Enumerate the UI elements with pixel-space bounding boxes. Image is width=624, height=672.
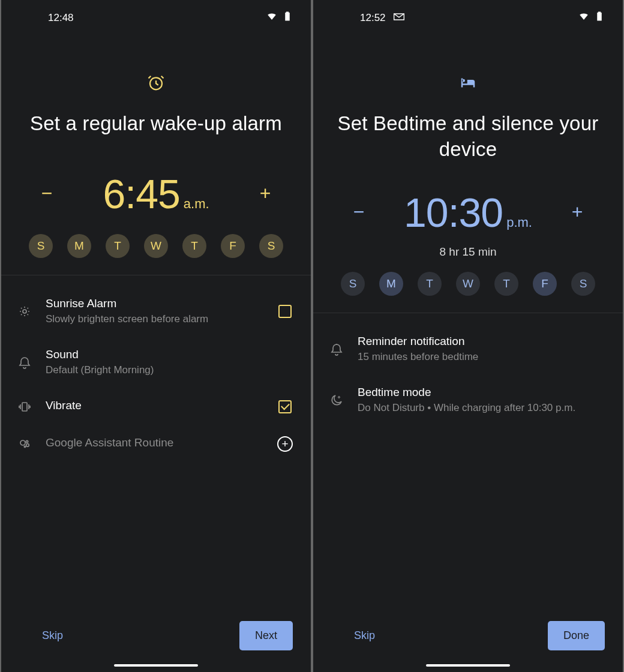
skip-button[interactable]: Skip bbox=[354, 629, 375, 642]
day-chip-sat[interactable]: S bbox=[571, 272, 595, 296]
bed-icon bbox=[331, 74, 605, 94]
svg-point-1 bbox=[23, 310, 26, 313]
nav-handle[interactable] bbox=[114, 664, 198, 667]
bedtime-setup-screen: 12:52 Set Bedtime and silence your devic… bbox=[312, 0, 624, 672]
time-increase-button[interactable]: + bbox=[565, 201, 589, 223]
status-bar: 12:48 bbox=[1, 0, 311, 31]
next-button[interactable]: Next bbox=[239, 621, 293, 650]
day-chip-mon[interactable]: M bbox=[379, 272, 403, 296]
day-chip-sun[interactable]: S bbox=[341, 272, 365, 296]
done-button[interactable]: Done bbox=[548, 621, 605, 650]
time-value: 10:30 bbox=[404, 190, 503, 235]
sunrise-checkbox[interactable] bbox=[275, 305, 295, 318]
day-chip-wed[interactable]: W bbox=[456, 272, 480, 296]
day-chip-fri[interactable]: F bbox=[533, 272, 557, 296]
day-chip-wed[interactable]: W bbox=[144, 234, 168, 258]
sound-row[interactable]: Sound Default (Bright Morning) bbox=[14, 337, 295, 388]
moon-icon bbox=[326, 393, 347, 407]
bedtime-title: Bedtime mode bbox=[358, 386, 607, 399]
svg-rect-2 bbox=[22, 403, 27, 411]
time-display[interactable]: 10:30p.m. bbox=[404, 189, 532, 236]
day-chip-tue[interactable]: T bbox=[418, 272, 442, 296]
routine-title: Google Assistant Routine bbox=[46, 436, 264, 449]
vibrate-title: Vibrate bbox=[46, 399, 264, 412]
time-decrease-button[interactable]: − bbox=[347, 201, 371, 223]
wifi-icon bbox=[266, 11, 277, 25]
page-title: Set a regular wake-up alarm bbox=[19, 111, 293, 137]
alarm-clock-icon bbox=[19, 74, 293, 94]
time-ampm: a.m. bbox=[184, 196, 209, 211]
svg-point-5 bbox=[26, 443, 29, 446]
vibrate-row[interactable]: Vibrate bbox=[14, 388, 295, 425]
vibrate-icon bbox=[14, 400, 35, 414]
day-selector: S M T W T F S bbox=[313, 259, 623, 313]
page-title: Set Bedtime and silence your device bbox=[331, 111, 605, 163]
sound-sub: Default (Bright Morning) bbox=[46, 364, 295, 377]
routine-row[interactable]: Google Assistant Routine + bbox=[14, 425, 295, 463]
day-selector: S M T W T F S bbox=[1, 217, 311, 275]
assistant-icon bbox=[14, 437, 35, 451]
battery-icon bbox=[594, 11, 605, 25]
status-time: 12:52 bbox=[360, 12, 386, 24]
time-increase-button[interactable]: + bbox=[253, 182, 277, 205]
svg-point-3 bbox=[20, 440, 25, 445]
sunrise-title: Sunrise Alarm bbox=[46, 297, 264, 310]
settings-list: Sunrise Alarm Slowly brighten screen bef… bbox=[1, 275, 311, 463]
skip-button[interactable]: Skip bbox=[42, 629, 63, 642]
bedtime-sub: Do Not Disturb • While charging after 10… bbox=[358, 401, 607, 415]
time-picker: − 10:30p.m. + bbox=[313, 169, 623, 236]
sound-title: Sound bbox=[46, 348, 295, 361]
time-value: 6:45 bbox=[103, 171, 179, 217]
routine-add-button[interactable]: + bbox=[275, 436, 295, 452]
bedtime-mode-row[interactable]: Bedtime mode Do Not Disturb • While char… bbox=[326, 375, 607, 426]
bell-icon bbox=[14, 355, 35, 370]
sunrise-sub: Slowly brighten screen before alarm bbox=[46, 313, 264, 326]
day-chip-sat[interactable]: S bbox=[259, 234, 283, 258]
wakeup-setup-screen: 12:48 Set a regular wake-up alarm − 6:45… bbox=[0, 0, 312, 672]
nav-handle[interactable] bbox=[426, 664, 510, 667]
battery-icon bbox=[282, 11, 293, 25]
status-time: 12:48 bbox=[48, 12, 74, 24]
reminder-row[interactable]: Reminder notification 15 minutes before … bbox=[326, 324, 607, 375]
header: Set Bedtime and silence your device bbox=[313, 31, 623, 169]
time-picker: − 6:45a.m. + bbox=[1, 143, 311, 217]
day-chip-thu[interactable]: T bbox=[494, 272, 518, 296]
gmail-icon bbox=[393, 12, 405, 24]
time-ampm: p.m. bbox=[506, 215, 532, 230]
svg-point-4 bbox=[26, 440, 28, 442]
reminder-sub: 15 minutes before bedtime bbox=[358, 350, 607, 364]
settings-list: Reminder notification 15 minutes before … bbox=[313, 313, 623, 426]
day-chip-thu[interactable]: T bbox=[182, 234, 206, 258]
sunrise-icon bbox=[14, 304, 35, 319]
sunrise-alarm-row[interactable]: Sunrise Alarm Slowly brighten screen bef… bbox=[14, 286, 295, 337]
reminder-title: Reminder notification bbox=[358, 335, 607, 348]
sleep-duration: 8 hr 15 min bbox=[313, 245, 623, 259]
status-bar: 12:52 bbox=[313, 0, 623, 31]
day-chip-sun[interactable]: S bbox=[29, 234, 53, 258]
day-chip-mon[interactable]: M bbox=[67, 234, 91, 258]
time-display[interactable]: 6:45a.m. bbox=[103, 170, 209, 217]
reminder-bell-icon bbox=[326, 342, 347, 356]
day-chip-tue[interactable]: T bbox=[106, 234, 130, 258]
vibrate-checkbox[interactable] bbox=[275, 400, 295, 413]
time-decrease-button[interactable]: − bbox=[35, 182, 59, 205]
header: Set a regular wake-up alarm bbox=[1, 31, 311, 143]
svg-point-6 bbox=[24, 446, 25, 447]
wifi-icon bbox=[578, 11, 589, 25]
day-chip-fri[interactable]: F bbox=[221, 234, 245, 258]
